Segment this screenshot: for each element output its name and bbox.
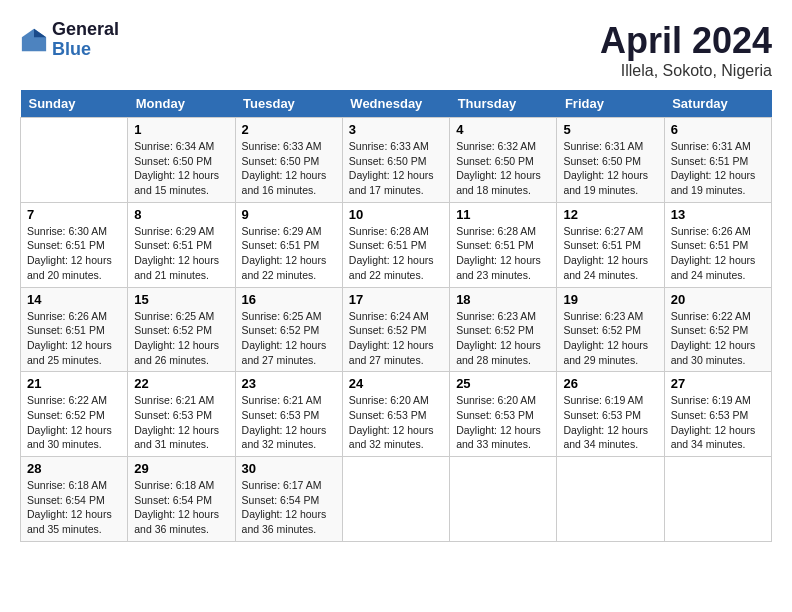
day-number: 3 bbox=[349, 122, 443, 137]
calendar-cell: 5Sunrise: 6:31 AM Sunset: 6:50 PM Daylig… bbox=[557, 118, 664, 203]
day-info: Sunrise: 6:30 AM Sunset: 6:51 PM Dayligh… bbox=[27, 224, 121, 283]
calendar-cell bbox=[664, 457, 771, 542]
day-info: Sunrise: 6:21 AM Sunset: 6:53 PM Dayligh… bbox=[134, 393, 228, 452]
day-info: Sunrise: 6:28 AM Sunset: 6:51 PM Dayligh… bbox=[349, 224, 443, 283]
day-info: Sunrise: 6:26 AM Sunset: 6:51 PM Dayligh… bbox=[671, 224, 765, 283]
calendar-cell bbox=[557, 457, 664, 542]
calendar-header-row: SundayMondayTuesdayWednesdayThursdayFrid… bbox=[21, 90, 772, 118]
day-number: 23 bbox=[242, 376, 336, 391]
day-number: 11 bbox=[456, 207, 550, 222]
logo-general: General bbox=[52, 20, 119, 40]
calendar-cell: 7Sunrise: 6:30 AM Sunset: 6:51 PM Daylig… bbox=[21, 202, 128, 287]
calendar-cell: 30Sunrise: 6:17 AM Sunset: 6:54 PM Dayli… bbox=[235, 457, 342, 542]
day-number: 20 bbox=[671, 292, 765, 307]
calendar-week-row: 14Sunrise: 6:26 AM Sunset: 6:51 PM Dayli… bbox=[21, 287, 772, 372]
title-block: April 2024 Illela, Sokoto, Nigeria bbox=[600, 20, 772, 80]
calendar-cell: 19Sunrise: 6:23 AM Sunset: 6:52 PM Dayli… bbox=[557, 287, 664, 372]
day-info: Sunrise: 6:32 AM Sunset: 6:50 PM Dayligh… bbox=[456, 139, 550, 198]
calendar-cell: 10Sunrise: 6:28 AM Sunset: 6:51 PM Dayli… bbox=[342, 202, 449, 287]
calendar-cell: 18Sunrise: 6:23 AM Sunset: 6:52 PM Dayli… bbox=[450, 287, 557, 372]
day-number: 13 bbox=[671, 207, 765, 222]
logo-icon bbox=[20, 26, 48, 54]
calendar-cell: 8Sunrise: 6:29 AM Sunset: 6:51 PM Daylig… bbox=[128, 202, 235, 287]
column-header-monday: Monday bbox=[128, 90, 235, 118]
calendar-week-row: 7Sunrise: 6:30 AM Sunset: 6:51 PM Daylig… bbox=[21, 202, 772, 287]
day-number: 15 bbox=[134, 292, 228, 307]
column-header-sunday: Sunday bbox=[21, 90, 128, 118]
calendar-cell: 27Sunrise: 6:19 AM Sunset: 6:53 PM Dayli… bbox=[664, 372, 771, 457]
day-info: Sunrise: 6:26 AM Sunset: 6:51 PM Dayligh… bbox=[27, 309, 121, 368]
day-number: 18 bbox=[456, 292, 550, 307]
day-info: Sunrise: 6:25 AM Sunset: 6:52 PM Dayligh… bbox=[242, 309, 336, 368]
day-number: 4 bbox=[456, 122, 550, 137]
day-info: Sunrise: 6:29 AM Sunset: 6:51 PM Dayligh… bbox=[242, 224, 336, 283]
calendar-cell: 14Sunrise: 6:26 AM Sunset: 6:51 PM Dayli… bbox=[21, 287, 128, 372]
day-number: 8 bbox=[134, 207, 228, 222]
day-number: 25 bbox=[456, 376, 550, 391]
calendar-cell: 9Sunrise: 6:29 AM Sunset: 6:51 PM Daylig… bbox=[235, 202, 342, 287]
day-number: 7 bbox=[27, 207, 121, 222]
calendar-cell: 22Sunrise: 6:21 AM Sunset: 6:53 PM Dayli… bbox=[128, 372, 235, 457]
logo-text: General Blue bbox=[52, 20, 119, 60]
calendar-cell: 6Sunrise: 6:31 AM Sunset: 6:51 PM Daylig… bbox=[664, 118, 771, 203]
day-info: Sunrise: 6:31 AM Sunset: 6:50 PM Dayligh… bbox=[563, 139, 657, 198]
calendar-cell bbox=[450, 457, 557, 542]
calendar-cell: 24Sunrise: 6:20 AM Sunset: 6:53 PM Dayli… bbox=[342, 372, 449, 457]
day-info: Sunrise: 6:18 AM Sunset: 6:54 PM Dayligh… bbox=[27, 478, 121, 537]
day-number: 2 bbox=[242, 122, 336, 137]
calendar-cell: 29Sunrise: 6:18 AM Sunset: 6:54 PM Dayli… bbox=[128, 457, 235, 542]
logo-blue: Blue bbox=[52, 40, 119, 60]
main-title: April 2024 bbox=[600, 20, 772, 62]
day-info: Sunrise: 6:33 AM Sunset: 6:50 PM Dayligh… bbox=[349, 139, 443, 198]
column-header-saturday: Saturday bbox=[664, 90, 771, 118]
calendar-cell: 12Sunrise: 6:27 AM Sunset: 6:51 PM Dayli… bbox=[557, 202, 664, 287]
day-number: 24 bbox=[349, 376, 443, 391]
calendar-cell: 17Sunrise: 6:24 AM Sunset: 6:52 PM Dayli… bbox=[342, 287, 449, 372]
day-number: 30 bbox=[242, 461, 336, 476]
calendar-cell: 23Sunrise: 6:21 AM Sunset: 6:53 PM Dayli… bbox=[235, 372, 342, 457]
day-number: 29 bbox=[134, 461, 228, 476]
day-info: Sunrise: 6:23 AM Sunset: 6:52 PM Dayligh… bbox=[563, 309, 657, 368]
day-number: 9 bbox=[242, 207, 336, 222]
calendar-cell: 3Sunrise: 6:33 AM Sunset: 6:50 PM Daylig… bbox=[342, 118, 449, 203]
logo: General Blue bbox=[20, 20, 119, 60]
day-number: 10 bbox=[349, 207, 443, 222]
calendar-cell: 28Sunrise: 6:18 AM Sunset: 6:54 PM Dayli… bbox=[21, 457, 128, 542]
day-info: Sunrise: 6:17 AM Sunset: 6:54 PM Dayligh… bbox=[242, 478, 336, 537]
day-number: 19 bbox=[563, 292, 657, 307]
day-number: 17 bbox=[349, 292, 443, 307]
column-header-thursday: Thursday bbox=[450, 90, 557, 118]
day-info: Sunrise: 6:20 AM Sunset: 6:53 PM Dayligh… bbox=[456, 393, 550, 452]
day-info: Sunrise: 6:28 AM Sunset: 6:51 PM Dayligh… bbox=[456, 224, 550, 283]
calendar-cell: 15Sunrise: 6:25 AM Sunset: 6:52 PM Dayli… bbox=[128, 287, 235, 372]
day-number: 6 bbox=[671, 122, 765, 137]
day-info: Sunrise: 6:31 AM Sunset: 6:51 PM Dayligh… bbox=[671, 139, 765, 198]
day-number: 5 bbox=[563, 122, 657, 137]
day-info: Sunrise: 6:27 AM Sunset: 6:51 PM Dayligh… bbox=[563, 224, 657, 283]
day-number: 28 bbox=[27, 461, 121, 476]
day-number: 14 bbox=[27, 292, 121, 307]
calendar-cell: 11Sunrise: 6:28 AM Sunset: 6:51 PM Dayli… bbox=[450, 202, 557, 287]
svg-marker-1 bbox=[34, 29, 46, 37]
calendar-cell: 21Sunrise: 6:22 AM Sunset: 6:52 PM Dayli… bbox=[21, 372, 128, 457]
calendar-cell bbox=[21, 118, 128, 203]
calendar-cell: 25Sunrise: 6:20 AM Sunset: 6:53 PM Dayli… bbox=[450, 372, 557, 457]
subtitle: Illela, Sokoto, Nigeria bbox=[600, 62, 772, 80]
day-info: Sunrise: 6:33 AM Sunset: 6:50 PM Dayligh… bbox=[242, 139, 336, 198]
day-info: Sunrise: 6:19 AM Sunset: 6:53 PM Dayligh… bbox=[671, 393, 765, 452]
day-info: Sunrise: 6:34 AM Sunset: 6:50 PM Dayligh… bbox=[134, 139, 228, 198]
day-info: Sunrise: 6:22 AM Sunset: 6:52 PM Dayligh… bbox=[671, 309, 765, 368]
column-header-friday: Friday bbox=[557, 90, 664, 118]
column-header-wednesday: Wednesday bbox=[342, 90, 449, 118]
calendar-cell: 4Sunrise: 6:32 AM Sunset: 6:50 PM Daylig… bbox=[450, 118, 557, 203]
calendar-cell: 20Sunrise: 6:22 AM Sunset: 6:52 PM Dayli… bbox=[664, 287, 771, 372]
day-number: 12 bbox=[563, 207, 657, 222]
calendar-cell: 13Sunrise: 6:26 AM Sunset: 6:51 PM Dayli… bbox=[664, 202, 771, 287]
calendar-cell: 26Sunrise: 6:19 AM Sunset: 6:53 PM Dayli… bbox=[557, 372, 664, 457]
day-info: Sunrise: 6:29 AM Sunset: 6:51 PM Dayligh… bbox=[134, 224, 228, 283]
calendar-week-row: 21Sunrise: 6:22 AM Sunset: 6:52 PM Dayli… bbox=[21, 372, 772, 457]
day-number: 16 bbox=[242, 292, 336, 307]
day-info: Sunrise: 6:25 AM Sunset: 6:52 PM Dayligh… bbox=[134, 309, 228, 368]
day-number: 22 bbox=[134, 376, 228, 391]
calendar-week-row: 28Sunrise: 6:18 AM Sunset: 6:54 PM Dayli… bbox=[21, 457, 772, 542]
